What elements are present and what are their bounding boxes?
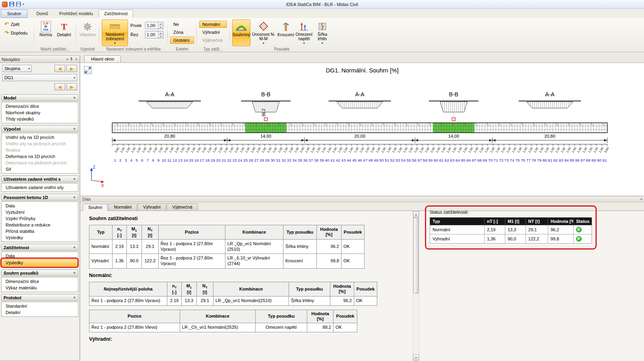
table-cell: LR _Qp_vn1 Normální (2510) [225,239,283,254]
fit-view-button[interactable] [84,66,92,74]
app-logo-icon[interactable] [2,2,8,7]
nav-section-header-souhrn-posudk[interactable]: Souhrn posudků« [1,269,78,276]
ribbon-tab-prohl-e-modelu[interactable]: Prohlížeč modelu [54,10,99,18]
nav-item-vzp-r-pr-hyby[interactable]: Vzpěr/ Průhyby [2,215,78,222]
prev-arrow-button[interactable]: ◀ [54,65,65,72]
summary-heading: Souhrn zatížitelnosti [89,216,413,221]
scroll-down-icon[interactable]: ▼ [413,355,419,361]
ribbon-tab-soubor[interactable]: Soubor [1,10,27,18]
typ-option-v-hradn[interactable]: Výhradní [199,29,227,36]
unosnost-button[interactable]: Únosnost N-M-M ▾ [250,20,277,46]
nav-section-header-model[interactable]: Model« [1,94,78,101]
nav-item-p-n-stabilita[interactable]: Příčná stabilita [2,228,78,234]
chevron-down-icon[interactable]: ▾ [66,57,68,61]
save-icon[interactable] [9,2,14,7]
column-header: Kombinace [225,225,283,240]
svg-text:90: 90 [597,158,602,162]
group-dropdown[interactable]: DG1▾ [2,74,77,81]
svg-text:1,00: 1,00 [478,146,485,153]
prvek-stepper[interactable]: 1,00 ▲▼ [145,22,163,29]
data-tab-v-jime-n[interactable]: Výjimečná [167,203,198,211]
save-all-icon[interactable] [16,2,21,7]
nav-item-v-sledky[interactable]: Výsledky [2,234,78,241]
nav-item-data[interactable]: Data [2,203,78,209]
data-tab-norm-ln[interactable]: Normální [108,203,137,211]
extrem-option-ne[interactable]: Ne [170,21,194,28]
rez-stepper[interactable]: 1,00 ▲▼ [145,31,163,38]
nav-item-n-vrhov-skupiny[interactable]: Návrhové skupiny [2,109,78,116]
column-header: Typ posudku [256,310,307,323]
nav-item-dimenza-n-d-lce[interactable]: Dimenzační dílce [2,103,78,109]
nav-item-deformace-na-1d-prvc-ch[interactable]: Deformace na 1D prvcích [2,153,78,160]
svg-text:34: 34 [292,158,297,162]
skupina-dropdown[interactable]: Skupina▾ [2,65,32,72]
next-item-button[interactable]: ▶ [66,83,77,90]
scroll-up-icon[interactable]: ▲ [413,211,419,217]
souhrnny-button[interactable]: Souhrnný [232,20,250,46]
nav-item-v-kaz-materi-lu[interactable]: Výkaz materiálu [2,285,78,291]
svg-text:37: 37 [308,158,313,162]
stepper-arrows-icon[interactable]: ▲▼ [158,22,163,29]
data-tab-v-hradn[interactable]: Výhradní [138,203,166,211]
chevron-down-icon[interactable]: ▾ [640,197,642,201]
nav-section-header-protokol[interactable]: Protokol« [1,294,78,301]
nav-item-s[interactable]: Síť [2,166,78,172]
omezeni-button[interactable]: Omezení napětí ▾ [295,20,313,46]
svg-text:1,00: 1,00 [364,146,370,153]
table-cell: Kroucení [283,254,317,269]
svg-text:16: 16 [194,158,199,162]
ribbon-tab-dom[interactable]: Domů [31,10,53,18]
typ-option-norm-ln[interactable]: Normální [199,21,227,28]
prev-item-button[interactable]: ◀ [54,83,65,90]
navigator-panel: Navigátor ▾ ✕ Skupina▾ ◀ ▶ DG1▾ ◀ ▶ [0,55,80,361]
sirka-trhlin-button[interactable]: Šířka trhlin ▾ [313,20,332,46]
svg-text:70: 70 [488,158,493,162]
navigator-controls: Skupina▾ ◀ ▶ DG1▾ ◀ ▶ [0,63,80,93]
extrem-option-glob-ln[interactable]: Globální [170,37,194,44]
extrem-option-z-na[interactable]: Zóna [170,29,194,36]
krouceni-button[interactable]: Kroucení [277,20,295,46]
ribbon-tab-zat-itelnost[interactable]: Zatížitelnost [99,10,133,18]
next-arrow-button[interactable]: ▶ [66,65,77,72]
nav-item-standardn[interactable]: Standardní [2,303,78,309]
redo-icon: ↷ [4,30,9,35]
nav-section-header-u-ivatelem-zadan-vnit-n-s[interactable]: Uživatelem zadané vnitřní s« [1,176,78,182]
nav-item-redistribuce-a-redukce[interactable]: Redistribuce a redukce [2,222,78,228]
qat-dropdown-icon[interactable]: ▾ [23,2,24,6]
nav-item-t-dy-v-sledk[interactable]: Třídy výsledků [2,116,78,122]
redo-button[interactable]: ↷Dopředu [2,29,32,37]
svg-text:1,00: 1,00 [484,146,490,153]
tab-hlavni-okno[interactable]: Hlavní okno [84,55,121,62]
nav-section-header-posouzen-betonu-1d[interactable]: Posouzení betonu 1D« [1,194,78,201]
svg-text:5: 5 [136,158,138,162]
nav-item-detailn[interactable]: Detailní [2,309,78,316]
scrollbar-thumb[interactable] [413,218,419,293]
nav-item-v-sledky[interactable]: Výsledky [2,259,78,266]
nav-item-u-ivatelem-zadan-vnit-n-s-ly[interactable]: Uživatelem zadané vnitřní síly [2,184,78,191]
nav-section-header-zat-itelnost[interactable]: Zatížitelnost« [1,244,78,251]
nav-item-data[interactable]: Data [2,253,78,259]
svg-text:87: 87 [580,158,585,162]
data-tab-souhrn[interactable]: Souhrn [83,204,108,211]
nav-item-vyztu-en[interactable]: Vyztužení [2,209,78,215]
status-table-slot: TypnT [-]M1 [t]NT [t]Hodnota [%]StatusNo… [430,217,592,244]
norma-button[interactable]: 1,159025,8 Norma [37,20,55,46]
pin-icon[interactable] [70,57,73,61]
nav-item-dimenza-n-d-lce[interactable]: Dimenzační dílce [2,278,78,285]
vertical-scrollbar[interactable]: ▲ ▼ [413,211,419,361]
table-cell: 13.3 [182,296,197,305]
close-icon[interactable]: ✕ [75,57,78,61]
stepper-arrows-icon[interactable]: ▲▼ [158,31,163,38]
nastaveni-zobrazeni-button[interactable]: Nastavení zobrazení ▾ [102,20,128,46]
detailni-button[interactable]: T Detailní [55,20,73,46]
table-cell: Normální [89,239,113,254]
undo-button[interactable]: ↶Zpět [2,20,32,28]
column-header: Typ [430,218,485,225]
column-header: NT[t] [197,282,213,296]
svg-text:96.2: 96.2 [262,109,266,117]
drawing-canvas[interactable]: DG1. Normální. Souhrn [%]A-AB-BA-AB-BA-A… [80,63,644,196]
nav-section-header-v-po-et[interactable]: Výpočet« [1,125,78,132]
nav-item-vnit-n-s-ly-na-1d-prvc-ch[interactable]: Vnitřní síly na 1D prvcích [2,134,78,140]
svg-text:1,00: 1,00 [407,146,414,153]
svg-text:1,00: 1,00 [310,146,316,153]
